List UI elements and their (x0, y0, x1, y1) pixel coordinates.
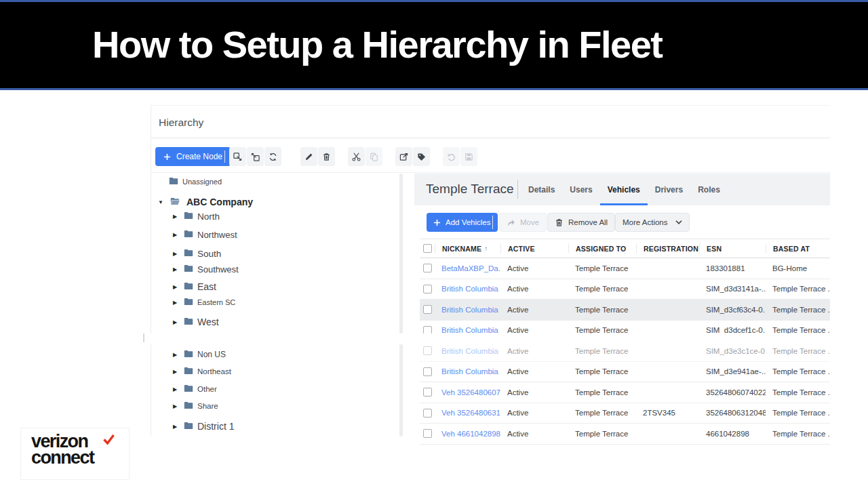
row-checkbox[interactable] (423, 285, 432, 293)
tree-node-north[interactable]: ▶North (151, 210, 402, 222)
move-button[interactable]: Move (499, 213, 547, 232)
table-row[interactable]: BetaMaXBP_Da...ActiveTemple Terrace18330… (420, 258, 830, 279)
table-row[interactable]: Veh 3526480607...ActiveTemple Terrace352… (420, 382, 830, 403)
vehicle-link[interactable]: Veh 4661042898 (435, 430, 500, 438)
cell-based-at: Temple Terrace ... (766, 367, 830, 375)
table-actions: Add Vehicles Move Remove All More Action… (414, 205, 830, 239)
tree-node-west[interactable]: ▶West (151, 316, 402, 328)
expand-arrow-icon[interactable]: ▶ (173, 424, 177, 430)
tree-node-abc-company[interactable]: ▼ABC Company (151, 196, 402, 208)
table-row[interactable]: Veh 4661042898ActiveTemple Terrace466104… (420, 424, 830, 445)
folder-icon (184, 298, 193, 306)
cell-assigned-to: Temple Terrace (568, 306, 636, 314)
expand-arrow-icon[interactable]: ▶ (173, 232, 177, 238)
tree-node-east[interactable]: ▶East (151, 281, 402, 293)
tree-node-non-us[interactable]: ▶Non US (151, 348, 402, 361)
toolbar-group (443, 147, 477, 166)
folder-icon (184, 211, 193, 220)
cell-based-at: Temple Terrace ... (766, 285, 830, 293)
undo-button[interactable] (443, 147, 460, 166)
expand-arrow-icon[interactable]: ▶ (173, 386, 177, 392)
tree-node-label: East (197, 281, 216, 292)
expand-arrow-icon[interactable]: ▶ (173, 214, 177, 220)
column-header-esn[interactable]: ESN (699, 243, 766, 253)
table-row[interactable]: British Columbia ...ActiveTemple Terrace… (420, 362, 830, 383)
plus-icon (433, 219, 441, 226)
tree-node-eastern-sc[interactable]: ▶Eastern SC (151, 296, 402, 308)
vehicle-link[interactable]: British Columbia ... (435, 367, 500, 375)
column-header-assigned-to[interactable]: ASSIGNED TO (568, 243, 636, 253)
vehicle-link[interactable]: BetaMaXBP_Da... (435, 264, 500, 272)
vehicle-link[interactable]: British Columbia ... (435, 347, 500, 355)
save-button[interactable] (460, 147, 477, 166)
vehicle-link[interactable]: British Columbia ... (435, 285, 500, 293)
remove-all-button[interactable]: Remove All (547, 213, 615, 232)
row-checkbox[interactable] (423, 367, 432, 376)
folder-icon (184, 350, 193, 358)
tree-node-northeast[interactable]: ▶Northeast (151, 365, 402, 378)
row-checkbox[interactable] (423, 264, 432, 272)
refresh-button[interactable] (264, 147, 281, 166)
expand-arrow-icon[interactable]: ▶ (173, 300, 177, 306)
edit-button[interactable] (300, 147, 317, 166)
tab-vehicles[interactable]: Vehicles (600, 174, 648, 205)
table-row[interactable]: British Columbia ...ActiveTemple Terrace… (420, 279, 830, 300)
save-icon (465, 152, 473, 161)
vehicle-link[interactable]: Veh 3526480631... (435, 409, 500, 417)
row-checkbox[interactable] (423, 409, 432, 418)
row-checkbox[interactable] (423, 388, 432, 396)
fleet-hierarchy-window: Hierarchy Create Node Unassigned▼ABC Com… (151, 105, 829, 436)
tree-node-label: Southwest (197, 264, 239, 274)
expand-arrow-icon[interactable]: ▶ (173, 284, 177, 290)
paste-button[interactable] (366, 147, 382, 166)
tab-details[interactable]: Details (521, 174, 562, 205)
vehicle-link[interactable]: Veh 3526480607... (435, 388, 500, 396)
expand-arrow-icon[interactable]: ▶ (173, 251, 177, 257)
divider (517, 180, 518, 199)
create-node-button[interactable]: Create Node (155, 147, 231, 166)
expand-arrow-icon[interactable]: ▶ (173, 266, 177, 272)
row-checkbox[interactable] (423, 429, 432, 438)
expand-arrow-icon[interactable]: ▶ (173, 403, 177, 409)
tree-node-label: West (197, 317, 219, 327)
column-header-registration[interactable]: REGISTRATION (636, 243, 699, 253)
tree-node-other[interactable]: ▶Other (151, 383, 402, 395)
select-node-button[interactable] (247, 147, 264, 166)
cut-button[interactable] (348, 147, 365, 166)
tree-node-district-1[interactable]: ▶District 1 (151, 420, 402, 432)
tree-node-south[interactable]: ▶South (151, 247, 402, 260)
tree-node-unassigned[interactable]: Unassigned (151, 176, 402, 188)
expand-arrow-icon[interactable]: ▶ (173, 352, 177, 358)
add-vehicles-button[interactable]: Add Vehicles (427, 213, 498, 232)
tree-node-northwest[interactable]: ▶Northwest (151, 228, 402, 241)
table-row[interactable]: British Columbia ...ActiveTemple Terrace… (420, 300, 830, 321)
cell-based-at: Temple Terrace ... (766, 347, 830, 355)
more-actions-button[interactable]: More Actions (615, 213, 690, 232)
row-checkbox-cell (420, 346, 435, 355)
row-checkbox[interactable] (423, 305, 432, 314)
tab-drivers[interactable]: Drivers (648, 174, 690, 205)
tree-node-southwest[interactable]: ▶Southwest (151, 263, 402, 275)
row-checkbox[interactable] (423, 346, 432, 355)
vehicle-link[interactable]: British Columbia ... (435, 306, 500, 314)
tree-node-share[interactable]: ▶Share (151, 400, 402, 412)
select-area-button[interactable] (229, 147, 246, 166)
collapse-arrow-icon[interactable]: ▼ (158, 199, 163, 205)
tab-users[interactable]: Users (562, 174, 599, 205)
expand-arrow-icon[interactable]: ▶ (173, 369, 177, 375)
expand-arrow-icon[interactable]: ▶ (173, 319, 177, 325)
column-header-active[interactable]: ACTIVE (500, 243, 568, 253)
move-node-button[interactable] (395, 147, 412, 166)
tag-button[interactable] (413, 147, 430, 166)
cell-active: Active (500, 264, 568, 272)
tab-roles[interactable]: Roles (690, 174, 728, 205)
screenshot-seam (139, 333, 868, 344)
folder-icon (184, 384, 193, 392)
column-header-based-at[interactable]: BASED AT (766, 243, 830, 253)
column-header-nickname[interactable]: NICKNAME↑ (435, 243, 500, 253)
select-all-checkbox[interactable] (423, 244, 432, 253)
table-row[interactable]: Veh 3526480631...ActiveTemple Terrace2TS… (420, 403, 830, 424)
divider (151, 172, 830, 173)
delete-button[interactable] (318, 147, 335, 166)
column-header-label: ACTIVE (508, 245, 535, 253)
